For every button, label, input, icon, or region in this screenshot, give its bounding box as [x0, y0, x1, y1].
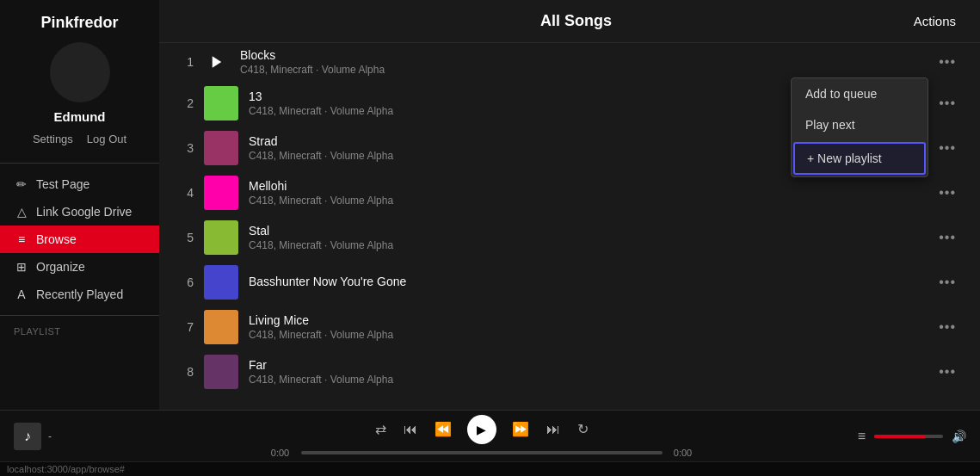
song-artist: C418, Minecraft · Volume Alpha [249, 374, 921, 386]
volume-icon: 🔊 [952, 430, 966, 443]
song-info: Far C418, Minecraft · Volume Alpha [249, 358, 921, 386]
song-info: Basshunter Now You're Gone [249, 275, 921, 290]
song-row[interactable]: 5 Stal C418, Minecraft · Volume Alpha ••… [168, 215, 971, 260]
song-row[interactable]: 1 Blocks C418, Minecraft · Volume Alpha … [168, 43, 971, 81]
sidebar-item-organize[interactable]: ⊞ Organize [0, 253, 159, 281]
nav-icon-recently-played: A [14, 287, 29, 301]
song-thumbnail [204, 355, 238, 389]
song-name: Basshunter Now You're Gone [249, 275, 921, 288]
main-header: All Songs Actions [159, 0, 980, 43]
sidebar: Pinkfredor Edmund Settings Log Out ✏ Tes… [0, 0, 159, 410]
player-song-info: ♪ - [14, 423, 151, 450]
song-number: 1 [176, 55, 194, 69]
song-info: Living Mice C418, Minecraft · Volume Alp… [249, 313, 921, 341]
progress-bar[interactable] [301, 451, 663, 454]
player-song-name: - [48, 430, 52, 442]
song-play-icon [204, 49, 230, 75]
player-time-current: 0:00 [267, 448, 294, 458]
prev-button[interactable]: ⏮ [402, 420, 419, 439]
main-content: All Songs Actions 1 Blocks C418, Minecra… [159, 0, 980, 410]
next-button[interactable]: ⏭ [545, 420, 562, 439]
context-menu-new-playlist[interactable]: + New playlist [793, 142, 926, 175]
song-number: 3 [176, 141, 194, 155]
sidebar-nav: ✏ Test Page△ Link Google Drive≡ Browse⊞ … [0, 164, 159, 315]
sidebar-item-recently-played[interactable]: A Recently Played [0, 281, 159, 308]
song-number: 4 [176, 186, 194, 200]
svg-marker-0 [213, 56, 222, 68]
song-more-button[interactable]: ••• [932, 182, 963, 204]
sidebar-item-browse[interactable]: ≡ Browse [0, 226, 159, 253]
song-info: Mellohi C418, Minecraft · Volume Alpha [249, 179, 921, 207]
repeat-button[interactable]: ↻ [576, 419, 590, 439]
song-more-button[interactable]: ••• [932, 316, 963, 338]
nav-label-browse: Browse [36, 232, 77, 246]
song-more-button[interactable]: ••• [932, 137, 963, 159]
song-more-button[interactable]: ••• [932, 92, 963, 114]
sidebar-item-link-google-drive[interactable]: △ Link Google Drive [0, 198, 159, 226]
play-pause-button[interactable]: ▶ [467, 415, 496, 444]
song-thumbnail [204, 310, 238, 344]
song-thumbnail [204, 86, 238, 121]
player-time-total: 0:00 [669, 448, 697, 458]
song-row[interactable]: 6 Basshunter Now You're Gone ••• [168, 260, 971, 305]
sidebar-auth-links: Settings Log Out [14, 133, 145, 145]
nav-label-test-page: Test Page [36, 177, 89, 191]
sidebar-item-test-page[interactable]: ✏ Test Page [0, 170, 159, 198]
song-name: Stal [249, 224, 921, 238]
song-number: 6 [176, 275, 194, 289]
sidebar-title: Pinkfredor [14, 14, 145, 32]
song-artist: C418, Minecraft · Volume Alpha [249, 329, 921, 341]
song-info: Blocks C418, Minecraft · Volume Alpha [240, 48, 921, 76]
song-number: 5 [176, 231, 194, 244]
player-progress: 0:00 0:00 [267, 448, 697, 458]
nav-icon-link-google-drive: △ [14, 205, 29, 219]
player-buttons: ⇄ ⏮ ⏪ ▶ ⏩ ⏭ ↻ [373, 415, 590, 444]
nav-icon-test-page: ✏ [14, 177, 29, 191]
song-name: Blocks [240, 48, 921, 62]
song-thumbnail [204, 176, 238, 210]
url-bar: localhost:3000/app/browse# [0, 461, 980, 476]
song-number: 7 [176, 320, 194, 334]
shuffle-button[interactable]: ⇄ [373, 419, 388, 439]
song-artist: C418, Minecraft · Volume Alpha [240, 64, 921, 76]
nav-label-link-google-drive: Link Google Drive [36, 205, 132, 219]
logout-link[interactable]: Log Out [87, 133, 126, 145]
player-song-icon: ♪ [14, 423, 41, 450]
player-controls: ⇄ ⏮ ⏪ ▶ ⏩ ⏭ ↻ 0:00 0:00 [162, 415, 801, 458]
fast-forward-button[interactable]: ⏩ [510, 419, 531, 439]
song-more-button[interactable]: ••• [932, 271, 963, 294]
avatar [50, 42, 110, 102]
settings-link[interactable]: Settings [33, 133, 73, 145]
song-info: Stal C418, Minecraft · Volume Alpha [249, 224, 921, 251]
song-name: Far [249, 358, 921, 372]
player-right: ≡ 🔊 [811, 429, 966, 444]
song-artist: C418, Minecraft · Volume Alpha [249, 239, 921, 251]
context-menu-play-next[interactable]: Play next [792, 109, 928, 140]
playlist-section-label: PLAYLIST [0, 316, 159, 340]
nav-icon-organize: ⊞ [14, 260, 29, 274]
context-menu-add-to-queue[interactable]: Add to queue [792, 78, 928, 109]
song-more-button[interactable]: ••• [932, 51, 963, 73]
song-thumbnail [204, 220, 238, 255]
song-thumbnail [204, 131, 238, 165]
song-row[interactable]: 8 Far C418, Minecraft · Volume Alpha ••• [168, 349, 971, 394]
song-thumbnail [204, 265, 238, 300]
song-more-button[interactable]: ••• [932, 361, 963, 383]
nav-label-recently-played: Recently Played [36, 287, 123, 301]
page-title: All Songs [245, 12, 907, 30]
song-name: Living Mice [249, 313, 921, 327]
song-name: Mellohi [249, 179, 921, 193]
song-number: 2 [176, 96, 194, 110]
volume-bar[interactable] [874, 435, 943, 438]
actions-button[interactable]: Actions [907, 10, 963, 32]
sidebar-header: Pinkfredor Edmund Settings Log Out [0, 0, 159, 163]
player-bar: ♪ - ⇄ ⏮ ⏪ ▶ ⏩ ⏭ ↻ 0:00 0:00 ≡ 🔊 [0, 410, 980, 461]
rewind-button[interactable]: ⏪ [433, 419, 453, 439]
song-row[interactable]: 7 Living Mice C418, Minecraft · Volume A… [168, 305, 971, 349]
context-menu: Add to queue Play next + New playlist [791, 77, 928, 177]
nav-icon-browse: ≡ [14, 232, 29, 246]
sidebar-username: Edmund [14, 109, 145, 124]
player-menu-button[interactable]: ≡ [858, 429, 866, 444]
song-more-button[interactable]: ••• [932, 226, 963, 249]
song-artist: C418, Minecraft · Volume Alpha [249, 195, 921, 207]
